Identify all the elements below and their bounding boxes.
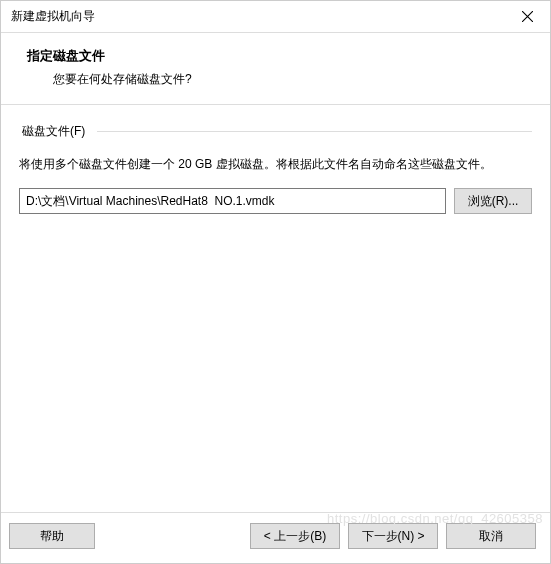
group-description: 将使用多个磁盘文件创建一个 20 GB 虚拟磁盘。将根据此文件名自动命名这些磁盘… bbox=[19, 154, 532, 174]
close-icon bbox=[522, 11, 533, 22]
path-row: 浏览(R)... bbox=[19, 188, 532, 214]
header-title: 指定磁盘文件 bbox=[27, 47, 540, 65]
titlebar: 新建虚拟机向导 bbox=[1, 1, 550, 33]
back-button[interactable]: < 上一步(B) bbox=[250, 523, 340, 549]
help-button[interactable]: 帮助 bbox=[9, 523, 95, 549]
wizard-header: 指定磁盘文件 您要在何处存储磁盘文件? bbox=[1, 33, 550, 105]
group-divider bbox=[97, 131, 532, 132]
cancel-button[interactable]: 取消 bbox=[446, 523, 536, 549]
group-header: 磁盘文件(F) bbox=[19, 123, 532, 140]
footer: 帮助 < 上一步(B) 下一步(N) > 取消 bbox=[1, 512, 550, 563]
browse-button[interactable]: 浏览(R)... bbox=[454, 188, 532, 214]
content-area: 磁盘文件(F) 将使用多个磁盘文件创建一个 20 GB 虚拟磁盘。将根据此文件名… bbox=[1, 105, 550, 512]
next-button[interactable]: 下一步(N) > bbox=[348, 523, 438, 549]
group-label: 磁盘文件(F) bbox=[19, 123, 88, 140]
header-subtitle: 您要在何处存储磁盘文件? bbox=[27, 71, 540, 88]
disk-path-input[interactable] bbox=[19, 188, 446, 214]
window-title: 新建虚拟机向导 bbox=[11, 8, 95, 25]
close-button[interactable] bbox=[504, 1, 550, 33]
